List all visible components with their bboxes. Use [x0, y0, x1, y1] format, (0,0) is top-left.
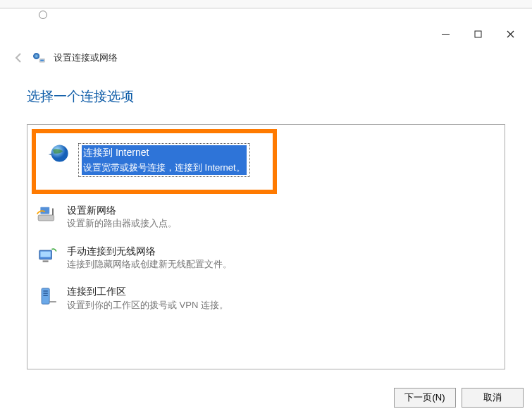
- monitor-wifi-icon: [36, 245, 58, 267]
- option-title: 连接到 Internet: [82, 145, 247, 161]
- option-setup-network[interactable]: 设置新网络 设置新的路由器或接入点。: [27, 197, 505, 238]
- cancel-button[interactable]: 取消: [462, 388, 524, 408]
- url-info-icon: [39, 11, 47, 19]
- svg-rect-9: [38, 215, 54, 221]
- router-icon: [36, 204, 58, 226]
- annotation-highlight: 连接到 Internet 设置宽带或拨号连接，连接到 Internet。: [32, 129, 277, 194]
- svg-rect-17: [43, 293, 47, 295]
- option-title: 手动连接到无线网络: [67, 245, 232, 259]
- option-connect-internet[interactable]: 连接到 Internet 设置宽带或拨号连接，连接到 Internet。: [39, 136, 259, 184]
- option-desc: 设置新的路由器或接入点。: [67, 217, 177, 230]
- svg-point-5: [33, 53, 39, 59]
- svg-rect-18: [43, 295, 47, 297]
- main-content: 选择一个连接选项 连接到 Internet 设置宽带或拨号连接，连接到 Inte…: [0, 65, 532, 369]
- wizard-footer: 下一页(N) 取消: [394, 388, 524, 408]
- network-wizard-icon: [32, 51, 47, 65]
- page-heading: 选择一个连接选项: [27, 87, 505, 106]
- option-desc: 连接到隐藏网络或创建新无线配置文件。: [67, 258, 232, 271]
- option-connect-workplace[interactable]: 连接到工作区 设置到你的工作区的拨号或 VPN 连接。: [27, 278, 505, 319]
- back-arrow-icon[interactable]: [13, 51, 25, 64]
- svg-rect-13: [40, 251, 50, 257]
- browser-url-row: [0, 8, 532, 21]
- svg-rect-1: [475, 31, 481, 37]
- wizard-header: 设置连接或网络: [0, 47, 532, 65]
- svg-rect-7: [40, 60, 44, 62]
- next-button[interactable]: 下一页(N): [394, 388, 456, 408]
- option-manual-wireless[interactable]: 手动连接到无线网络 连接到隐藏网络或创建新无线配置文件。: [27, 238, 505, 279]
- server-icon: [36, 285, 58, 307]
- option-title: 设置新网络: [67, 204, 177, 218]
- option-desc: 设置宽带或拨号连接，连接到 Internet。: [82, 161, 247, 175]
- maximize-button[interactable]: [462, 23, 494, 45]
- globe-icon: [47, 143, 70, 166]
- svg-rect-14: [43, 260, 49, 262]
- close-button[interactable]: [494, 23, 526, 45]
- wizard-title: 设置连接或网络: [54, 51, 118, 64]
- browser-tab-strip: [0, 0, 532, 8]
- connection-options-list: 连接到 Internet 设置宽带或拨号连接，连接到 Internet。 设置新…: [27, 124, 505, 369]
- option-title: 连接到工作区: [67, 285, 228, 299]
- svg-point-8: [51, 145, 68, 161]
- window-titlebar: [0, 21, 532, 47]
- option-desc: 设置到你的工作区的拨号或 VPN 连接。: [67, 299, 228, 312]
- minimize-button[interactable]: [429, 23, 462, 45]
- svg-rect-16: [43, 290, 47, 292]
